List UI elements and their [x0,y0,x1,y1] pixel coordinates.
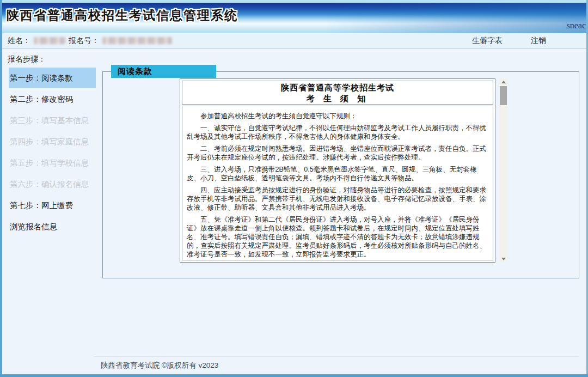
sidebar-title: 报名步骤： [2,49,96,68]
user-bar-actions: 生僻字表 注销 [472,36,586,46]
header-banner: 陕西省普通高校招生考试信息管理系统 sneac [2,3,586,33]
footer-separator [94,356,579,357]
scroll-up-arrow-icon[interactable] [499,78,507,86]
rare-characters-link[interactable]: 生僻字表 [472,36,503,46]
site-watermark: sneac [566,21,586,31]
name-label: 姓名： [8,36,30,46]
notice-document-wrap: 陕西省普通高等学校招生考试 考 生 须 知 参加普通高校招生考试的考生须自觉遵守… [180,78,507,263]
scroll-down-arrow-icon[interactable] [499,256,507,263]
notice-paragraph: 一、诚实守信，自觉遵守考试纪律，不得以任何理由妨碍监考及考试工作人员履行职责，不… [187,124,488,141]
footer-copyright: 陕西省教育考试院 ©版权所有 v2023 [101,361,218,370]
sidebar-step-2-change-password[interactable]: 第二步：修改密码 [2,89,96,110]
notice-paragraph: 五、凭《准考证》和第二代《居民身份证》进入考场，对号入座，并将《准考证》《居民身… [187,215,488,259]
user-info-bar: 姓名： 报名号： 生僻字表 注销 [2,33,586,48]
tab-read-terms: 阅读条款 [111,65,216,78]
page-frame-bottom [0,374,588,377]
sidebar-step-5-school-info: 第五步：填写学校信息 [2,153,96,173]
name-value-redacted [34,37,65,44]
notice-document: 陕西省普通高等学校招生考试 考 生 须 知 参加普通高校招生考试的考生须自觉遵守… [180,78,495,263]
page-frame-left [0,0,2,377]
regno-label: 报名号： [69,36,99,46]
logout-link[interactable]: 注销 [531,36,546,46]
notice-scrollbar[interactable] [499,78,507,263]
registration-steps-sidebar: 报名步骤： 第一步：阅读条款 第二步：修改密码 第三步：填写基本信息 第四步：填… [2,49,96,238]
sidebar-step-3-basic-info: 第三步：填写基本信息 [2,110,96,131]
notice-paragraph: 三、进入考场，只准携带2B铅笔、0.5毫米黑色墨水签字笔、直尺、圆规、三角板、无… [187,165,488,183]
sidebar-step-4-family-info: 第四步：填写家庭信息 [2,131,96,152]
notice-title-box: 陕西省普通高等学校招生考试 考 生 须 知 [182,81,493,105]
sidebar-step-7-online-payment[interactable]: 第七步：网上缴费 [2,195,96,216]
sidebar-step-1-read-terms[interactable]: 第一步：阅读条款 [9,68,96,88]
page-frame-top [0,0,588,3]
notice-paragraph: 二、考前必须在规定时间熟悉考场。因进错考场、坐错座位而耽误正常考试者，责任自负。… [187,144,488,162]
sidebar-step-6-confirm-info: 第六步：确认报名信息 [2,174,96,194]
regno-value-redacted [102,37,172,44]
notice-body: 参加普通高校招生考试的考生须自觉遵守以下规则： 一、诚实守信，自觉遵守考试纪律，… [182,106,493,260]
notice-title-line2: 考 生 须 知 [182,93,493,104]
notice-title-line1: 陕西省普通高等学校招生考试 [182,82,493,93]
user-identity: 姓名： 报名号： [8,36,175,46]
notice-paragraph: 四、应主动接受监考员按规定进行的身份验证，对随身物品等进行的必要检查，按照规定和… [187,186,488,212]
scrollbar-thumb[interactable] [500,86,507,105]
app-title: 陕西省普通高校招生考试信息管理系统 [7,7,238,24]
notice-paragraph: 参加普通高校招生考试的考生须自觉遵守以下规则： [187,112,488,120]
sidebar-browse-registration[interactable]: 浏览报名信息 [2,216,96,237]
